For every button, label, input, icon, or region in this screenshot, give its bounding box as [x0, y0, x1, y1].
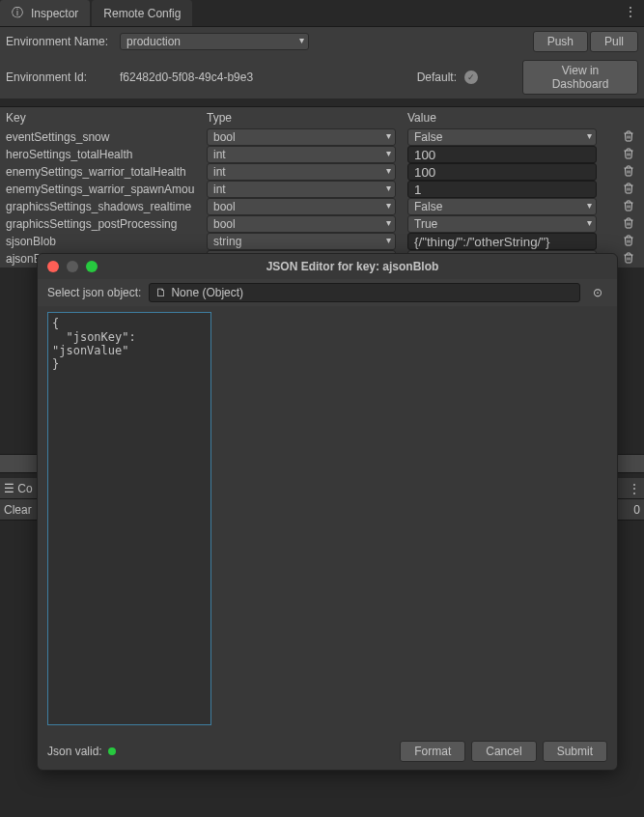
- toolbar-row-2: Environment Id: f62482d0-5f08-49c4-b9e3 …: [0, 56, 644, 99]
- trash-icon[interactable]: [619, 252, 638, 267]
- header-type: Type: [207, 111, 407, 125]
- row-value: True: [407, 215, 619, 233]
- close-icon[interactable]: [47, 261, 59, 272]
- tab-label: Remote Config: [103, 7, 181, 20]
- row-type: int: [207, 181, 407, 198]
- maximize-icon[interactable]: [86, 261, 98, 272]
- default-label: Default:: [417, 70, 457, 84]
- row-value: [407, 181, 619, 198]
- row-value: [407, 233, 619, 250]
- value-input[interactable]: [407, 163, 597, 181]
- trash-icon[interactable]: [619, 130, 638, 145]
- type-dropdown[interactable]: bool: [207, 128, 396, 146]
- env-id-label: Environment Id:: [6, 70, 112, 84]
- table-row: graphicsSettings_postProcessingboolTrue: [0, 215, 644, 233]
- type-dropdown[interactable]: int: [207, 181, 396, 198]
- checkmark-icon: ✓: [464, 70, 478, 84]
- table-row: enemySettings_warrior_spawnAmouint: [0, 181, 644, 198]
- console-count: 0: [633, 503, 640, 517]
- view-dashboard-button[interactable]: View in Dashboard: [522, 60, 638, 95]
- row-type: bool: [207, 215, 407, 233]
- row-key: enemySettings_warrior_totalHealth: [6, 165, 207, 179]
- type-dropdown[interactable]: int: [207, 163, 396, 181]
- row-type: bool: [207, 198, 407, 215]
- format-button[interactable]: Format: [400, 741, 465, 762]
- push-button[interactable]: Push: [533, 31, 588, 52]
- value-dropdown[interactable]: False: [407, 128, 597, 146]
- row-type: string: [207, 233, 407, 250]
- minimize-icon[interactable]: [67, 261, 78, 272]
- trash-icon[interactable]: [619, 165, 638, 180]
- info-icon: [12, 5, 27, 21]
- row-type: int: [207, 163, 407, 181]
- json-valid-label: Json valid:: [47, 745, 102, 758]
- header-value: Value: [407, 111, 638, 125]
- table-row: heroSettings_totalHealthint: [0, 146, 644, 163]
- tab-label: Inspector: [31, 7, 78, 20]
- table-row: sjsonBlobstring: [0, 233, 644, 250]
- env-name-label: Environment Name:: [6, 35, 112, 48]
- column-headers: Key Type Value: [0, 106, 644, 128]
- table-row: enemySettings_warrior_totalHealthint: [0, 163, 644, 181]
- row-value: False: [407, 128, 619, 146]
- row-value: False: [407, 198, 619, 215]
- traffic-lights: [47, 261, 98, 272]
- select-json-label: Select json object:: [47, 286, 141, 299]
- console-menu-icon[interactable]: ⋮: [629, 482, 640, 495]
- document-icon: 🗋: [155, 286, 167, 299]
- value-dropdown[interactable]: False: [407, 198, 597, 215]
- row-key: graphicsSettings_shadows_realtime: [6, 200, 207, 213]
- tab-menu-icon[interactable]: ⋮: [617, 0, 644, 26]
- env-id-value: f62482d0-5f08-49c4-b9e3: [120, 70, 253, 84]
- valid-indicator-icon: [108, 747, 116, 755]
- modal-footer: Json valid: Format Cancel Submit: [47, 741, 607, 762]
- rows-container: eventSettings_snowboolFalseheroSettings_…: [0, 128, 644, 268]
- row-value: [407, 163, 619, 181]
- value-dropdown[interactable]: True: [407, 215, 597, 233]
- cancel-button[interactable]: Cancel: [471, 741, 536, 762]
- table-row: eventSettings_snowboolFalse: [0, 128, 644, 146]
- value-input[interactable]: [407, 233, 597, 250]
- tab-bar: Inspector Remote Config ⋮: [0, 0, 644, 27]
- type-dropdown[interactable]: bool: [207, 198, 396, 215]
- target-icon[interactable]: ⊙: [588, 286, 607, 299]
- env-name-select[interactable]: production: [120, 33, 309, 50]
- tab-inspector[interactable]: Inspector: [0, 0, 90, 26]
- console-tab[interactable]: ☰ Co: [4, 482, 33, 495]
- trash-icon[interactable]: [619, 183, 638, 197]
- type-dropdown[interactable]: bool: [207, 215, 396, 233]
- header-key: Key: [6, 111, 207, 125]
- trash-icon[interactable]: [619, 148, 638, 162]
- row-type: int: [207, 146, 407, 163]
- modal-titlebar: JSON Editor for key: ajsonBlob: [38, 254, 617, 279]
- tab-remote-config[interactable]: Remote Config: [92, 0, 192, 26]
- row-key: heroSettings_totalHealth: [6, 148, 207, 161]
- trash-icon[interactable]: [619, 200, 638, 214]
- row-key: graphicsSettings_postProcessing: [6, 217, 207, 231]
- pull-button[interactable]: Pull: [590, 31, 638, 52]
- row-type: bool: [207, 128, 407, 146]
- object-field[interactable]: 🗋 None (Object): [149, 283, 580, 302]
- toolbar-row-1: Environment Name: production Push Pull: [0, 27, 644, 56]
- modal-object-row: Select json object: 🗋 None (Object) ⊙: [38, 279, 617, 306]
- modal-title: JSON Editor for key: ajsonBlob: [98, 260, 607, 273]
- value-input[interactable]: [407, 146, 597, 163]
- row-key: sjsonBlob: [6, 235, 207, 248]
- row-value: [407, 146, 619, 163]
- submit-button[interactable]: Submit: [543, 741, 607, 762]
- trash-icon[interactable]: [619, 217, 638, 232]
- clear-button[interactable]: Clear: [4, 503, 32, 517]
- type-dropdown[interactable]: int: [207, 146, 396, 163]
- row-key: enemySettings_warrior_spawnAmou: [6, 183, 207, 196]
- json-editor-modal: JSON Editor for key: ajsonBlob Select js…: [37, 253, 618, 771]
- row-key: eventSettings_snow: [6, 130, 207, 144]
- table-row: graphicsSettings_shadows_realtimeboolFal…: [0, 198, 644, 215]
- value-input[interactable]: [407, 181, 597, 198]
- type-dropdown[interactable]: string: [207, 233, 396, 250]
- trash-icon[interactable]: [619, 235, 638, 249]
- json-textarea[interactable]: [47, 312, 211, 725]
